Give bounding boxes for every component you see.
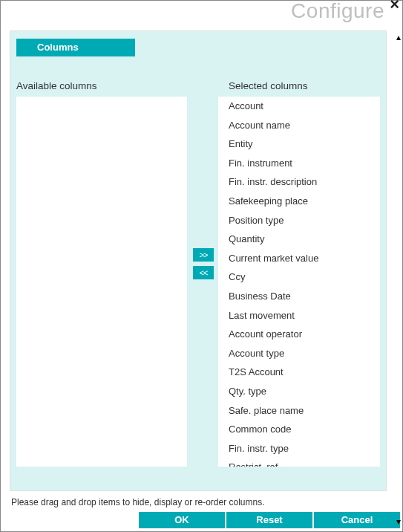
list-item[interactable]: Fin. instrument	[218, 154, 380, 173]
reset-button[interactable]: Reset	[226, 512, 312, 528]
list-item[interactable]: Common code	[218, 420, 380, 439]
hint-text: Please drag and drop items to hide, disp…	[11, 497, 265, 507]
move-left-button[interactable]: <<	[193, 266, 214, 279]
list-item[interactable]: Account operator	[218, 325, 380, 344]
list-item[interactable]: Fin. instr. description	[218, 172, 380, 192]
list-item[interactable]: Fin. instr. type	[218, 439, 380, 458]
tab-columns[interactable]: Columns	[16, 39, 135, 56]
scroll-up-icon[interactable]: ▴	[396, 32, 401, 42]
list-item[interactable]: Restrict. ref.	[218, 458, 380, 467]
list-item[interactable]: Entity	[218, 134, 380, 154]
dialog-title: Configure	[291, 0, 384, 23]
list-item[interactable]: Ccy	[218, 267, 380, 287]
configure-dialog: Configure × ▴ Columns Available columns …	[0, 0, 403, 532]
available-columns-label: Available columns	[16, 80, 97, 91]
action-button-row: OK Reset Cancel	[139, 512, 400, 528]
list-item[interactable]: Qty. type	[218, 382, 380, 401]
close-icon[interactable]: ×	[390, 0, 399, 13]
list-item[interactable]: Account type	[218, 344, 380, 363]
ok-button[interactable]: OK	[139, 512, 225, 528]
title-bar: Configure ×	[1, 1, 402, 26]
list-item[interactable]: Safekeeping place	[218, 192, 380, 211]
list-item[interactable]: Position type	[218, 211, 380, 230]
list-item[interactable]: Current market value	[218, 249, 380, 268]
list-item[interactable]: Business Date	[218, 287, 380, 306]
list-item[interactable]: Account name	[218, 116, 380, 135]
list-item[interactable]: Safe. place name	[218, 401, 380, 421]
selected-columns-list[interactable]: AccountAccount nameEntityFin. instrument…	[218, 97, 380, 467]
list-item[interactable]: Quantity	[218, 230, 380, 249]
list-item[interactable]: Account	[218, 97, 380, 116]
move-right-button[interactable]: >>	[193, 248, 214, 262]
cancel-button[interactable]: Cancel	[314, 512, 400, 528]
list-item[interactable]: Last movement	[218, 306, 380, 325]
available-columns-list[interactable]	[16, 97, 187, 467]
content-panel: Columns Available columns Selected colum…	[10, 30, 387, 491]
scroll-down-icon[interactable]: ▾	[396, 516, 401, 527]
selected-columns-label: Selected columns	[229, 80, 308, 91]
list-item[interactable]: T2S Account	[218, 363, 380, 382]
